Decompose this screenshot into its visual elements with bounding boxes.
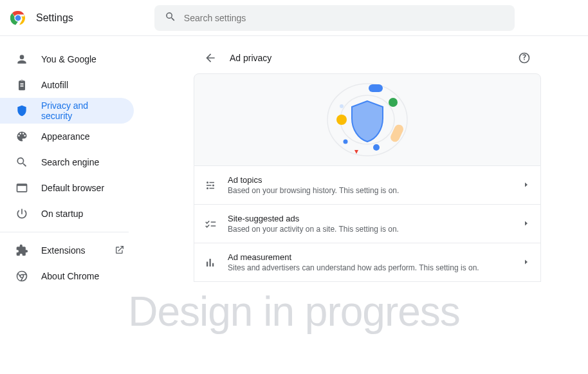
sidebar: You & Google Autofill Privacy and securi… (0, 36, 147, 374)
browser-icon (15, 182, 28, 194)
sidebar-item-label: You & Google (41, 54, 96, 64)
row-title: Ad measurement (228, 252, 512, 262)
shield-icon (15, 104, 28, 117)
sidebar-item-about-chrome[interactable]: About Chrome (0, 263, 134, 289)
sidebar-item-on-startup[interactable]: On startup (0, 201, 134, 227)
row-subtitle: Sites and advertisers can understand how… (228, 263, 512, 272)
main-content: Ad privacy (147, 36, 588, 374)
sidebar-item-label: Default browser (41, 183, 104, 193)
top-bar: Settings (0, 0, 588, 36)
arrow-back-icon (204, 51, 217, 64)
sidebar-item-privacy-security[interactable]: Privacy and security (0, 98, 134, 124)
palette-icon (15, 130, 28, 143)
sidebar-item-label: Extensions (41, 245, 85, 256)
search-input[interactable] (184, 13, 504, 23)
topics-icon (205, 180, 217, 191)
help-button[interactable] (518, 51, 531, 64)
svg-point-14 (207, 187, 208, 189)
chevron-right-icon (522, 218, 530, 230)
svg-rect-18 (207, 185, 212, 186)
sidebar-item-default-browser[interactable]: Default browser (0, 175, 134, 201)
svg-point-17 (212, 184, 214, 186)
svg-rect-9 (389, 123, 405, 143)
search-icon (15, 156, 28, 169)
clipboard-icon (15, 79, 28, 91)
person-icon (15, 53, 28, 66)
sidebar-item-label: About Chrome (41, 271, 99, 281)
svg-rect-16 (210, 187, 215, 189)
checklist-icon (205, 218, 217, 230)
sidebar-separator (0, 232, 129, 232)
svg-point-13 (207, 182, 208, 183)
row-title: Site-suggested ads (228, 214, 512, 223)
svg-point-10 (340, 104, 344, 108)
svg-point-6 (389, 98, 398, 107)
sidebar-item-you-and-google[interactable]: You & Google (0, 46, 134, 72)
sidebar-item-autofill[interactable]: Autofill (0, 72, 134, 98)
row-ad-topics[interactable]: Ad topics Based on your browsing history… (194, 166, 540, 204)
sidebar-item-label: Search engine (41, 157, 99, 167)
row-site-suggested-ads[interactable]: Site-suggested ads Based on your activit… (194, 204, 540, 243)
settings-card: Ad privacy (194, 42, 541, 374)
sidebar-item-search-engine[interactable]: Search engine (0, 149, 134, 175)
chrome-outline-icon (15, 270, 28, 283)
search-icon (165, 11, 176, 25)
row-title: Ad topics (228, 175, 512, 185)
power-icon (15, 207, 28, 220)
svg-point-2 (15, 15, 21, 21)
sidebar-item-label: On startup (41, 209, 83, 219)
svg-rect-8 (369, 84, 383, 92)
svg-point-7 (373, 144, 380, 151)
svg-point-11 (344, 140, 348, 144)
sidebar-item-label: Privacy and security (41, 100, 118, 121)
chrome-logo-icon (10, 10, 26, 26)
page-title: Ad privacy (230, 53, 505, 63)
sidebar-item-label: Appearance (41, 131, 90, 142)
shield-orbit-icon (303, 78, 432, 162)
svg-rect-21 (212, 263, 214, 266)
sidebar-item-label: Autofill (41, 80, 68, 90)
open-in-new-icon (115, 245, 125, 257)
chevron-right-icon (522, 257, 530, 268)
chevron-right-icon (522, 180, 530, 191)
extension-icon (15, 244, 28, 257)
search-box[interactable] (154, 5, 515, 31)
svg-point-5 (336, 115, 347, 125)
bar-chart-icon (205, 257, 217, 268)
svg-rect-20 (210, 259, 211, 266)
help-icon (518, 51, 531, 64)
sidebar-item-appearance[interactable]: Appearance (0, 124, 134, 149)
hero-illustration (194, 73, 541, 166)
sidebar-item-extensions[interactable]: Extensions (0, 238, 134, 263)
settings-list: Ad topics Based on your browsing history… (194, 166, 541, 282)
row-subtitle: Based on your activity on a site. This s… (228, 225, 512, 234)
row-subtitle: Based on your browsing history. This set… (228, 186, 512, 195)
svg-rect-15 (210, 182, 215, 183)
svg-marker-12 (354, 150, 358, 154)
back-button[interactable] (204, 51, 217, 64)
app-title: Settings (36, 12, 73, 24)
svg-rect-19 (207, 261, 208, 266)
card-header: Ad privacy (194, 42, 541, 73)
row-ad-measurement[interactable]: Ad measurement Sites and advertisers can… (194, 243, 540, 281)
